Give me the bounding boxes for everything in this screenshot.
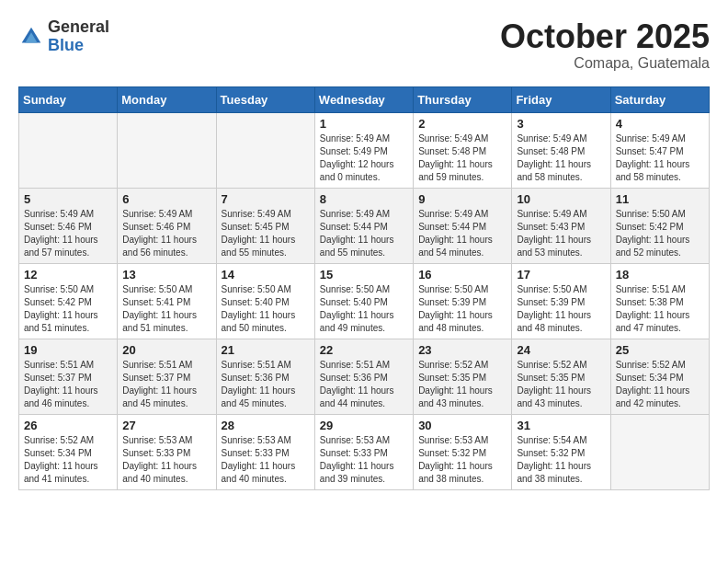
day-info: Sunrise: 5:49 AM Sunset: 5:44 PM Dayligh… [418, 208, 506, 259]
calendar-cell: 21Sunrise: 5:51 AM Sunset: 5:36 PM Dayli… [216, 339, 314, 414]
day-number: 9 [418, 192, 506, 206]
calendar-cell: 31Sunrise: 5:54 AM Sunset: 5:32 PM Dayli… [512, 414, 610, 489]
calendar-cell [610, 414, 709, 489]
location: Comapa, Guatemala [500, 55, 710, 72]
day-info: Sunrise: 5:50 AM Sunset: 5:40 PM Dayligh… [320, 283, 408, 335]
day-info: Sunrise: 5:51 AM Sunset: 5:37 PM Dayligh… [122, 359, 210, 410]
calendar-cell [19, 112, 118, 188]
month-title: October 2025 [500, 18, 710, 55]
calendar-week-row: 19Sunrise: 5:51 AM Sunset: 5:37 PM Dayli… [19, 339, 710, 414]
day-number: 22 [320, 343, 408, 357]
calendar-cell: 30Sunrise: 5:53 AM Sunset: 5:32 PM Dayli… [414, 414, 512, 489]
day-info: Sunrise: 5:49 AM Sunset: 5:47 PM Dayligh… [616, 132, 704, 184]
weekday-header-row: SundayMondayTuesdayWednesdayThursdayFrid… [19, 86, 710, 112]
logo-icon [18, 24, 44, 50]
day-info: Sunrise: 5:50 AM Sunset: 5:41 PM Dayligh… [122, 283, 210, 335]
calendar-cell: 12Sunrise: 5:50 AM Sunset: 5:42 PM Dayli… [19, 263, 118, 339]
day-number: 25 [616, 343, 704, 357]
day-info: Sunrise: 5:53 AM Sunset: 5:33 PM Dayligh… [320, 434, 408, 486]
weekday-header: Thursday [414, 86, 512, 112]
day-info: Sunrise: 5:53 AM Sunset: 5:32 PM Dayligh… [418, 434, 506, 486]
calendar-week-row: 26Sunrise: 5:52 AM Sunset: 5:34 PM Dayli… [19, 414, 710, 489]
day-number: 14 [222, 268, 310, 282]
day-number: 8 [320, 192, 408, 206]
day-number: 15 [320, 268, 408, 282]
day-info: Sunrise: 5:50 AM Sunset: 5:42 PM Dayligh… [24, 283, 112, 335]
calendar-cell: 20Sunrise: 5:51 AM Sunset: 5:37 PM Dayli… [118, 339, 216, 414]
day-number: 13 [122, 268, 210, 282]
day-info: Sunrise: 5:52 AM Sunset: 5:34 PM Dayligh… [616, 359, 704, 410]
logo-blue: Blue [48, 37, 109, 55]
day-number: 11 [616, 192, 704, 206]
calendar-cell: 1Sunrise: 5:49 AM Sunset: 5:49 PM Daylig… [314, 112, 413, 188]
day-number: 3 [517, 117, 605, 131]
calendar: SundayMondayTuesdayWednesdayThursdayFrid… [18, 86, 710, 490]
calendar-cell: 6Sunrise: 5:49 AM Sunset: 5:46 PM Daylig… [118, 188, 216, 263]
calendar-cell: 11Sunrise: 5:50 AM Sunset: 5:42 PM Dayli… [610, 188, 709, 263]
calendar-cell: 4Sunrise: 5:49 AM Sunset: 5:47 PM Daylig… [610, 112, 709, 188]
title-block: October 2025 Comapa, Guatemala [500, 18, 710, 72]
day-number: 31 [517, 419, 605, 432]
day-number: 16 [418, 268, 506, 282]
weekday-header: Sunday [19, 86, 118, 112]
calendar-cell: 26Sunrise: 5:52 AM Sunset: 5:34 PM Dayli… [19, 414, 118, 489]
calendar-cell: 25Sunrise: 5:52 AM Sunset: 5:34 PM Dayli… [610, 339, 709, 414]
logo: General Blue [18, 18, 109, 55]
logo-text: General Blue [48, 18, 109, 55]
logo-general: General [48, 18, 109, 37]
day-info: Sunrise: 5:50 AM Sunset: 5:39 PM Dayligh… [418, 283, 506, 335]
day-info: Sunrise: 5:50 AM Sunset: 5:39 PM Dayligh… [517, 283, 605, 335]
day-info: Sunrise: 5:51 AM Sunset: 5:36 PM Dayligh… [320, 359, 408, 410]
weekday-header: Tuesday [216, 86, 314, 112]
calendar-cell: 18Sunrise: 5:51 AM Sunset: 5:38 PM Dayli… [610, 263, 709, 339]
calendar-cell: 28Sunrise: 5:53 AM Sunset: 5:33 PM Dayli… [216, 414, 314, 489]
day-number: 1 [320, 117, 408, 131]
calendar-cell: 19Sunrise: 5:51 AM Sunset: 5:37 PM Dayli… [19, 339, 118, 414]
day-info: Sunrise: 5:52 AM Sunset: 5:34 PM Dayligh… [24, 434, 112, 486]
day-info: Sunrise: 5:51 AM Sunset: 5:38 PM Dayligh… [616, 283, 704, 335]
calendar-week-row: 1Sunrise: 5:49 AM Sunset: 5:49 PM Daylig… [19, 112, 710, 188]
day-info: Sunrise: 5:49 AM Sunset: 5:46 PM Dayligh… [122, 208, 210, 259]
day-number: 23 [418, 343, 506, 357]
calendar-cell: 3Sunrise: 5:49 AM Sunset: 5:48 PM Daylig… [512, 112, 610, 188]
day-info: Sunrise: 5:52 AM Sunset: 5:35 PM Dayligh… [517, 359, 605, 410]
day-info: Sunrise: 5:53 AM Sunset: 5:33 PM Dayligh… [222, 434, 310, 486]
day-number: 24 [517, 343, 605, 357]
day-number: 18 [616, 268, 704, 282]
weekday-header: Friday [512, 86, 610, 112]
calendar-cell: 23Sunrise: 5:52 AM Sunset: 5:35 PM Dayli… [414, 339, 512, 414]
day-number: 20 [122, 343, 210, 357]
day-number: 6 [122, 192, 210, 206]
day-number: 26 [24, 419, 112, 432]
day-info: Sunrise: 5:49 AM Sunset: 5:44 PM Dayligh… [320, 208, 408, 259]
calendar-week-row: 12Sunrise: 5:50 AM Sunset: 5:42 PM Dayli… [19, 263, 710, 339]
calendar-cell: 15Sunrise: 5:50 AM Sunset: 5:40 PM Dayli… [314, 263, 413, 339]
day-number: 29 [320, 419, 408, 432]
calendar-cell [216, 112, 314, 188]
calendar-cell: 29Sunrise: 5:53 AM Sunset: 5:33 PM Dayli… [314, 414, 413, 489]
calendar-cell: 2Sunrise: 5:49 AM Sunset: 5:48 PM Daylig… [414, 112, 512, 188]
day-info: Sunrise: 5:49 AM Sunset: 5:46 PM Dayligh… [24, 208, 112, 259]
calendar-cell: 10Sunrise: 5:49 AM Sunset: 5:43 PM Dayli… [512, 188, 610, 263]
day-number: 10 [517, 192, 605, 206]
calendar-cell [118, 112, 216, 188]
page-header: General Blue October 2025 Comapa, Guatem… [18, 18, 710, 72]
day-info: Sunrise: 5:54 AM Sunset: 5:32 PM Dayligh… [517, 434, 605, 486]
day-info: Sunrise: 5:52 AM Sunset: 5:35 PM Dayligh… [418, 359, 506, 410]
day-info: Sunrise: 5:49 AM Sunset: 5:48 PM Dayligh… [418, 132, 506, 184]
calendar-cell: 13Sunrise: 5:50 AM Sunset: 5:41 PM Dayli… [118, 263, 216, 339]
day-info: Sunrise: 5:49 AM Sunset: 5:43 PM Dayligh… [517, 208, 605, 259]
day-number: 2 [418, 117, 506, 131]
day-info: Sunrise: 5:50 AM Sunset: 5:40 PM Dayligh… [222, 283, 310, 335]
weekday-header: Saturday [610, 86, 709, 112]
day-info: Sunrise: 5:49 AM Sunset: 5:48 PM Dayligh… [517, 132, 605, 184]
day-number: 17 [517, 268, 605, 282]
day-number: 4 [616, 117, 704, 131]
day-info: Sunrise: 5:53 AM Sunset: 5:33 PM Dayligh… [122, 434, 210, 486]
calendar-week-row: 5Sunrise: 5:49 AM Sunset: 5:46 PM Daylig… [19, 188, 710, 263]
day-info: Sunrise: 5:49 AM Sunset: 5:45 PM Dayligh… [222, 208, 310, 259]
weekday-header: Wednesday [314, 86, 413, 112]
calendar-cell: 8Sunrise: 5:49 AM Sunset: 5:44 PM Daylig… [314, 188, 413, 263]
day-number: 21 [222, 343, 310, 357]
day-number: 27 [122, 419, 210, 432]
